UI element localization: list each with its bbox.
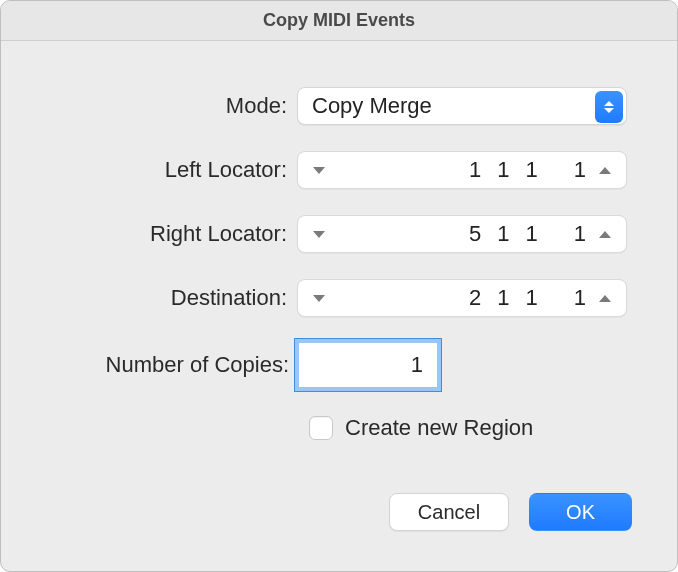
left-locator-values: 1 1 1 1 [330, 157, 594, 183]
create-new-region-row: Create new Region [309, 415, 627, 441]
mode-select[interactable]: Copy Merge [297, 87, 627, 125]
number-of-copies-label: Number of Copies: [51, 352, 299, 378]
cancel-button[interactable]: Cancel [389, 493, 509, 531]
right-locator-row: Right Locator: 5 1 1 1 [51, 215, 627, 253]
chevron-up-icon [599, 167, 611, 174]
destination-v3: 1 [526, 285, 538, 311]
destination-values: 2 1 1 1 [330, 285, 594, 311]
titlebar: Copy MIDI Events [1, 1, 677, 41]
right-locator-label: Right Locator: [51, 221, 297, 247]
left-locator-v2: 1 [497, 157, 509, 183]
destination-field[interactable]: 2 1 1 1 [297, 279, 627, 317]
destination-v4: 1 [574, 285, 586, 311]
destination-v2: 1 [497, 285, 509, 311]
right-locator-v1: 5 [469, 221, 481, 247]
mode-select-stepper-icon[interactable] [595, 91, 623, 123]
dialog-content: Mode: Copy Merge Left Locator: [1, 41, 677, 493]
chevron-down-icon [313, 167, 325, 174]
destination-increment[interactable] [594, 280, 616, 316]
right-locator-increment[interactable] [594, 216, 616, 252]
chevron-up-icon [599, 295, 611, 302]
right-locator-v3: 1 [526, 221, 538, 247]
left-locator-label: Left Locator: [51, 157, 297, 183]
number-of-copies-input[interactable] [299, 343, 437, 387]
left-locator-field[interactable]: 1 1 1 1 [297, 151, 627, 189]
destination-decrement[interactable] [308, 280, 330, 316]
left-locator-v4: 1 [574, 157, 586, 183]
chevron-up-icon [599, 231, 611, 238]
left-locator-increment[interactable] [594, 152, 616, 188]
button-bar: Cancel OK [1, 493, 677, 571]
destination-row: Destination: 2 1 1 1 [51, 279, 627, 317]
mode-row: Mode: Copy Merge [51, 87, 627, 125]
destination-v1: 2 [469, 285, 481, 311]
left-locator-v1: 1 [469, 157, 481, 183]
right-locator-values: 5 1 1 1 [330, 221, 594, 247]
ok-button[interactable]: OK [529, 493, 632, 531]
chevron-down-icon [313, 231, 325, 238]
left-locator-row: Left Locator: 1 1 1 1 [51, 151, 627, 189]
left-locator-v3: 1 [526, 157, 538, 183]
dialog-title: Copy MIDI Events [263, 10, 415, 31]
destination-label: Destination: [51, 285, 297, 311]
copy-midi-events-dialog: Copy MIDI Events Mode: Copy Merge Left L… [0, 0, 678, 572]
mode-select-value: Copy Merge [298, 93, 626, 119]
create-new-region-label: Create new Region [345, 415, 533, 441]
create-new-region-checkbox[interactable] [309, 416, 333, 440]
right-locator-field[interactable]: 5 1 1 1 [297, 215, 627, 253]
right-locator-v4: 1 [574, 221, 586, 247]
mode-label: Mode: [51, 93, 297, 119]
number-of-copies-row: Number of Copies: [51, 343, 627, 387]
right-locator-v2: 1 [497, 221, 509, 247]
chevron-down-icon [313, 295, 325, 302]
left-locator-decrement[interactable] [308, 152, 330, 188]
right-locator-decrement[interactable] [308, 216, 330, 252]
